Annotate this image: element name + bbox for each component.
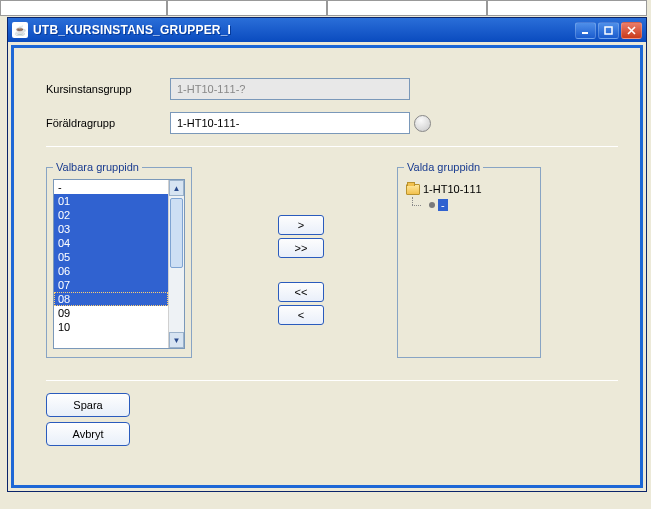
list-item[interactable]: 01	[54, 194, 168, 208]
folder-icon	[406, 184, 420, 195]
window-title: UTB_KURSINSTANS_GRUPPER_I	[33, 23, 575, 37]
list-item[interactable]: 04	[54, 236, 168, 250]
add-one-button[interactable]: >	[278, 215, 324, 235]
list-item[interactable]: 08	[54, 292, 168, 306]
tree-child[interactable]: -	[406, 197, 532, 213]
valbara-legend: Valbara gruppidn	[53, 161, 142, 173]
remove-one-button[interactable]: <	[278, 305, 324, 325]
maximize-button[interactable]	[598, 22, 619, 39]
scrollbar[interactable]: ▲ ▼	[168, 180, 184, 348]
valda-tree[interactable]: 1-HT10-111 -	[404, 179, 534, 345]
list-item[interactable]: -	[54, 180, 168, 194]
list-item[interactable]: 07	[54, 278, 168, 292]
foraldragrupp-label: Föräldragrupp	[46, 117, 170, 129]
scroll-down-icon[interactable]: ▼	[169, 332, 184, 348]
titlebar[interactable]: ☕ UTB_KURSINSTANS_GRUPPER_I	[8, 18, 646, 42]
save-button[interactable]: Spara	[46, 393, 130, 417]
tree-root-label: 1-HT10-111	[423, 183, 482, 195]
java-icon: ☕	[12, 22, 28, 38]
add-all-button[interactable]: >>	[278, 238, 324, 258]
scroll-track[interactable]	[169, 196, 184, 332]
valda-panel: Valda gruppidn 1-HT10-111 -	[397, 161, 541, 358]
kursinstansgrupp-input	[170, 78, 410, 100]
list-item[interactable]: 02	[54, 208, 168, 222]
kursinstansgrupp-label: Kursinstansgrupp	[46, 83, 170, 95]
svg-rect-0	[582, 32, 588, 34]
foraldragrupp-input[interactable]	[170, 112, 410, 134]
tree-root[interactable]: 1-HT10-111	[406, 181, 532, 197]
valbara-panel: Valbara gruppidn - 01 02 03 04 05 06 07 …	[46, 161, 192, 358]
separator-bottom	[46, 380, 618, 381]
content-frame: Kursinstansgrupp Föräldragrupp Valbara g…	[11, 45, 643, 488]
list-item[interactable]: 05	[54, 250, 168, 264]
list-item[interactable]: 03	[54, 222, 168, 236]
browse-button[interactable]	[414, 115, 431, 132]
list-item[interactable]: 10	[54, 320, 168, 334]
list-item[interactable]: 09	[54, 306, 168, 320]
remove-all-button[interactable]: <<	[278, 282, 324, 302]
minimize-button[interactable]	[575, 22, 596, 39]
valbara-listbox[interactable]: - 01 02 03 04 05 06 07 08 09 10 ▲	[53, 179, 185, 349]
list-item[interactable]: 06	[54, 264, 168, 278]
dialog-window: ☕ UTB_KURSINSTANS_GRUPPER_I Kursinstansg…	[7, 17, 647, 492]
svg-rect-1	[605, 27, 612, 34]
tree-connector-icon	[406, 197, 426, 213]
scroll-thumb[interactable]	[170, 198, 183, 268]
separator-top	[46, 146, 618, 147]
cancel-button[interactable]: Avbryt	[46, 422, 130, 446]
valda-legend: Valda gruppidn	[404, 161, 483, 173]
scroll-up-icon[interactable]: ▲	[169, 180, 184, 196]
close-button[interactable]	[621, 22, 642, 39]
node-icon	[429, 202, 435, 208]
tree-child-label: -	[438, 199, 448, 211]
